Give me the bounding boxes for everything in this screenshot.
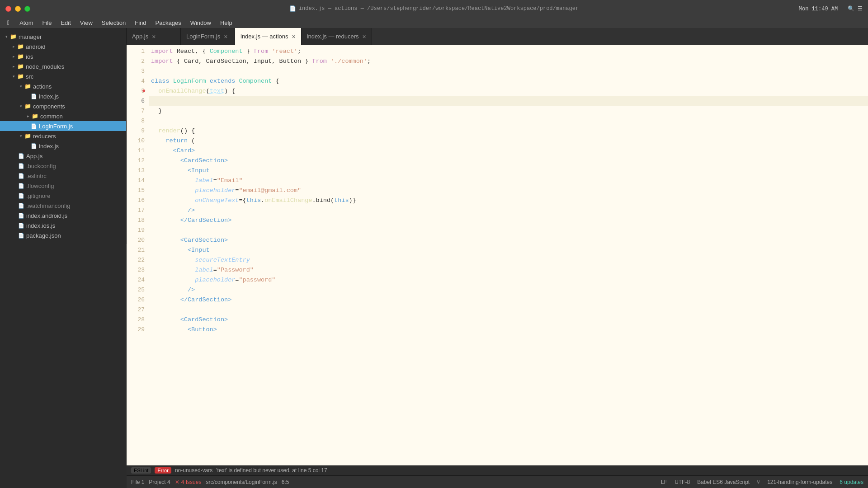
tab-actions[interactable]: index.js — actions × <box>235 28 302 45</box>
code-line-20: <CardSection> <box>149 235 868 245</box>
sidebar-item-components[interactable]: ▾ 📁 components <box>0 101 126 111</box>
close-button[interactable] <box>5 6 11 12</box>
sidebar-item-eslintrc[interactable]: 📄 .eslintrc <box>0 171 126 181</box>
sidebar-item-android[interactable]: ▸ 📁 android <box>0 42 126 52</box>
status-project: Project 4 <box>149 479 170 485</box>
file-icon: 📄 <box>18 193 24 199</box>
git-icon: ⑂ <box>757 479 760 485</box>
linter-bar: ESLint Error no-unused-vars 'text' is de… <box>127 465 868 475</box>
sidebar-item-actions-index[interactable]: 📄 index.js <box>0 91 126 101</box>
menu-file[interactable]: File <box>38 19 56 27</box>
tab-loginform[interactable]: LoginForm.js × <box>181 28 235 45</box>
sidebar-item-buckconfig[interactable]: 📄 .buckconfig <box>0 161 126 171</box>
editor-content: ▾ 📁 manager ▸ 📁 android ▸ 📁 <box>0 28 868 488</box>
code-line-12: <CardSection> <box>149 155 868 165</box>
tab-label-actions: index.js — actions <box>241 33 288 40</box>
status-encoding: UTF-8 <box>675 479 690 485</box>
maximize-button[interactable] <box>24 6 30 12</box>
line-num-24: 24 <box>127 275 145 285</box>
tab-close-reducers[interactable]: × <box>363 33 366 40</box>
chevron-right-icon: ▸ <box>11 64 16 69</box>
sidebar-item-flowconfig[interactable]: 📄 .flowconfig <box>0 181 126 191</box>
sidebar-item-node-modules[interactable]: ▸ 📁 node_modules <box>0 61 126 71</box>
file-icon: 📄 <box>18 163 24 169</box>
sidebar-item-common[interactable]: ▸ 📁 common <box>0 111 126 121</box>
sidebar-item-src[interactable]: ▾ 📁 src <box>0 71 126 81</box>
sidebar-item-manager[interactable]: ▾ 📁 manager <box>0 32 126 42</box>
code-line-13: <Input <box>149 165 868 175</box>
file-icon: 📄 <box>18 233 24 239</box>
file-icon: 📄 <box>31 143 37 149</box>
code-line-9: render () { <box>149 126 868 136</box>
sidebar-item-reducers-index[interactable]: 📄 index.js <box>0 141 126 151</box>
line-num-26: 26 <box>127 295 145 305</box>
line-num-25: 25 <box>127 285 145 295</box>
code-line-11: <Card> <box>149 145 868 155</box>
code-line-28: <CardSection> <box>149 314 868 324</box>
sidebar-item-packagejson[interactable]: 📄 package.json <box>0 230 126 240</box>
menubar:  Atom File Edit View Selection Find Pac… <box>0 17 868 28</box>
code-line-14: label = "Email" <box>149 175 868 185</box>
sidebar-item-gitignore[interactable]: 📄 .gitignore <box>0 191 126 201</box>
sidebar-item-actions[interactable]: ▾ 📁 actions <box>0 81 126 91</box>
code-line-19 <box>149 225 868 235</box>
file-icon: 📄 <box>18 203 24 209</box>
code-line-29: <Button> <box>149 324 868 334</box>
code-line-18: </CardSection> <box>149 215 868 225</box>
code-content: 1 2 3 4 5 6 7 8 9 10 11 12 13 14 <box>127 45 868 465</box>
menu-find[interactable]: Find <box>130 19 151 27</box>
menu-packages[interactable]: Packages <box>151 19 186 27</box>
apple-logo:  <box>2 19 15 26</box>
menu-selection[interactable]: Selection <box>97 19 130 27</box>
minimize-button[interactable] <box>15 6 21 12</box>
eslint-badge: ESLint <box>131 467 151 474</box>
sidebar-item-reducers[interactable]: ▾ 📁 reducers <box>0 131 126 141</box>
status-updates[interactable]: 6 updates <box>840 479 863 485</box>
file-icon: 📄 <box>31 123 37 129</box>
tab-reducers[interactable]: index.js — reducers × <box>302 28 372 45</box>
folder-icon: 📁 <box>17 63 24 70</box>
code-line-23: label = "Password" <box>149 265 868 275</box>
code-line-26: </CardSection> <box>149 295 868 305</box>
chevron-down-icon: ▾ <box>11 74 16 79</box>
line-num-19: 19 <box>127 225 145 235</box>
menu-view[interactable]: View <box>75 19 97 27</box>
code-line-21: <Input <box>149 245 868 255</box>
tab-close-appjs[interactable]: × <box>152 33 156 40</box>
menu-atom[interactable]: Atom <box>15 19 38 27</box>
line-num-22: 22 <box>127 255 145 265</box>
line-num-17: 17 <box>127 205 145 215</box>
tab-close-actions[interactable]: × <box>292 33 296 40</box>
line-num-20: 20 <box>127 235 145 245</box>
sidebar-item-watchmanconfig[interactable]: 📄 .watchmanconfig <box>0 201 126 211</box>
code-lines: import React, { Component } from 'react'… <box>149 45 868 465</box>
sidebar-item-appjs[interactable]: 📄 App.js <box>0 151 126 161</box>
sidebar-item-loginform[interactable]: 📄 LoginForm.js <box>0 121 126 131</box>
titlebar-time: Mon 11:49 AM 🔍 ☰ <box>799 5 863 12</box>
tab-appjs[interactable]: App.js × <box>127 28 181 45</box>
sidebar-item-ios[interactable]: ▸ 📁 ios <box>0 52 126 61</box>
folder-icon: 📁 <box>17 53 24 60</box>
folder-icon: 📁 <box>17 73 24 80</box>
error-icon: ✕ <box>175 479 179 485</box>
code-editor[interactable]: 1 2 3 4 5 6 7 8 9 10 11 12 13 14 <box>127 45 868 465</box>
linter-message: 'text' is defined but never used. at lin… <box>216 467 327 474</box>
line-num-16: 16 <box>127 195 145 205</box>
line-num-29: 29 <box>127 324 145 334</box>
menu-help[interactable]: Help <box>216 19 237 27</box>
linter-rule: no-unused-vars <box>175 467 212 474</box>
line-num-15: 15 <box>127 185 145 195</box>
sidebar-item-indexios[interactable]: 📄 index.ios.js <box>0 221 126 230</box>
sidebar-item-indexandroid[interactable]: 📄 index.android.js <box>0 211 126 221</box>
status-file: File 1 <box>131 479 144 485</box>
menu-window[interactable]: Window <box>186 19 216 27</box>
tab-close-loginform[interactable]: × <box>224 33 227 40</box>
line-num-18: 18 <box>127 215 145 225</box>
status-right: LF UTF-8 Babel ES6 JavaScript ⑂ 121-hand… <box>661 479 863 485</box>
status-position: 6:5 <box>282 479 289 485</box>
line-num-9: 9 <box>127 126 145 136</box>
tab-label-reducers: index.js — reducers <box>307 33 359 40</box>
code-line-17: /> <box>149 205 868 215</box>
line-num-3: 3 <box>127 66 145 76</box>
menu-edit[interactable]: Edit <box>56 19 75 27</box>
